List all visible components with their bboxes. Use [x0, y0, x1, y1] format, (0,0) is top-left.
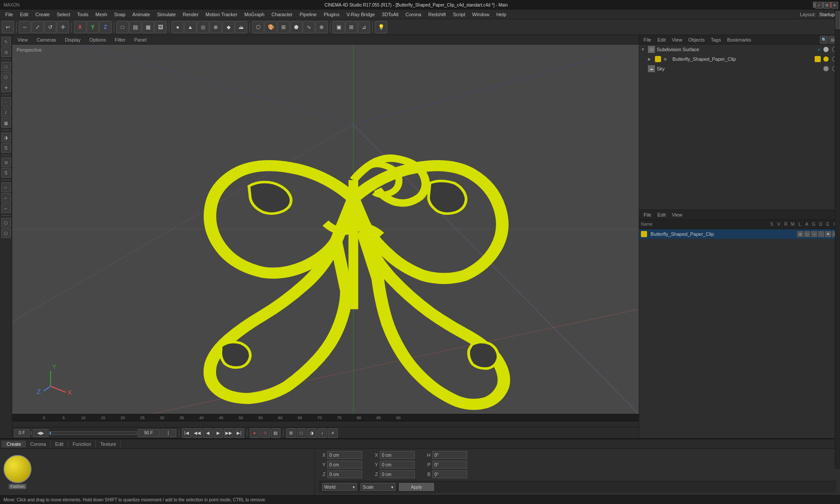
- transform-tool[interactable]: ✛: [57, 21, 69, 33]
- scale-dropdown[interactable]: Scale ▾: [360, 483, 396, 491]
- menu-animate[interactable]: Animate: [129, 11, 154, 18]
- menu-vray[interactable]: V-Ray Bridge: [343, 11, 378, 18]
- menu-help[interactable]: Help: [493, 11, 510, 18]
- axis-mode-lt[interactable]: ✛: [1, 83, 11, 92]
- h-input[interactable]: [432, 451, 467, 459]
- render-view-btn[interactable]: ▦: [142, 21, 154, 33]
- menu-select[interactable]: Select: [53, 11, 74, 18]
- preview-btn[interactable]: □: [297, 428, 306, 438]
- p-input[interactable]: [432, 461, 467, 469]
- world-dropdown[interactable]: World ▾: [322, 483, 357, 491]
- obj-butterfly-clip[interactable]: ▶ ⊞ Butterfly_Shaped_Paper_Clip: [639, 54, 840, 64]
- obj-tags-menu[interactable]: Tags: [708, 36, 724, 43]
- spline-btn[interactable]: ∿: [303, 21, 315, 33]
- object-mode-btn[interactable]: □: [116, 21, 129, 33]
- live-select-lt[interactable]: ⊙: [1, 47, 11, 57]
- rotate-tool[interactable]: ↺: [44, 21, 56, 33]
- smooth-lt[interactable]: ⌐: [1, 203, 11, 213]
- apply-button[interactable]: Apply: [399, 483, 434, 491]
- menu-pipeline[interactable]: Pipeline: [296, 11, 320, 18]
- landscape-btn[interactable]: ⛰: [235, 21, 247, 33]
- grid-lt[interactable]: ⬡: [1, 228, 11, 238]
- torus-obj-btn[interactable]: ◎: [197, 21, 209, 33]
- menu-motion-tracker[interactable]: Motion Tracker: [202, 11, 241, 18]
- b-input[interactable]: [432, 470, 467, 478]
- sphere-obj-btn[interactable]: ●: [172, 21, 184, 33]
- fps-mode-btn[interactable]: ◑: [307, 428, 317, 438]
- auto-key-btn[interactable]: ⊙: [260, 428, 270, 438]
- z-rotation-input[interactable]: [380, 470, 415, 478]
- vp-tab-view[interactable]: View: [14, 36, 32, 43]
- menu-mesh[interactable]: Mesh: [92, 11, 111, 18]
- vp-tab-options[interactable]: Options: [86, 36, 109, 43]
- list-btn[interactable]: ≡: [328, 428, 338, 438]
- viewport-scene[interactable]: Y X Z: [12, 45, 639, 414]
- y-axis-btn[interactable]: Y: [87, 21, 99, 33]
- menu-simulate[interactable]: Simulate: [154, 11, 179, 18]
- menu-snap[interactable]: Snap: [111, 11, 129, 18]
- attr-row-butterfly[interactable]: Butterfly_Shaped_Paper_Clip ⊙ □ ⋯ · 👁 ⚙: [639, 229, 840, 239]
- search-objects-btn[interactable]: 🔍: [820, 36, 828, 44]
- fps-input[interactable]: ◀▶: [33, 429, 49, 437]
- sound-btn[interactable]: ♪: [318, 428, 327, 438]
- record-btn[interactable]: ●: [250, 428, 259, 438]
- menu-render[interactable]: Render: [179, 11, 202, 18]
- soft-select-lt[interactable]: ◑: [1, 133, 11, 142]
- vp-tab-panel[interactable]: Panel: [131, 36, 150, 43]
- attr-icon-eye[interactable]: 👁: [825, 231, 831, 237]
- obj-edit-menu[interactable]: Edit: [655, 36, 668, 43]
- obj-file-menu[interactable]: File: [641, 36, 654, 43]
- vp-tab-cameras[interactable]: Cameras: [33, 36, 60, 43]
- measure-lt[interactable]: S: [1, 168, 11, 178]
- attr-file-menu[interactable]: File: [641, 211, 654, 218]
- y-rotation-input[interactable]: [380, 461, 415, 469]
- snap-frame-btn[interactable]: ⊞: [286, 428, 296, 438]
- x-rotation-input[interactable]: [380, 451, 415, 459]
- undo-button[interactable]: ↩: [2, 21, 14, 33]
- motion-clip-btn[interactable]: ▤: [271, 428, 280, 438]
- menu-window[interactable]: Window: [469, 11, 493, 18]
- snap-btn[interactable]: ⊿: [358, 21, 370, 33]
- menu-corona[interactable]: Corona: [402, 11, 425, 18]
- vp-tab-display[interactable]: Display: [61, 36, 84, 43]
- array-btn[interactable]: ⊗: [315, 21, 328, 33]
- obj-subdivision-surface[interactable]: ▼ ⬡ Subdivision Surface ✓: [639, 45, 840, 54]
- obj-bookmarks-menu[interactable]: Bookmarks: [724, 36, 754, 43]
- current-frame-input[interactable]: 0 F: [14, 429, 30, 437]
- brush-lt[interactable]: ⌐: [1, 182, 11, 192]
- viewport[interactable]: Perspective Grid Spacing : 1 cm: [12, 45, 639, 414]
- goto-start-button[interactable]: |◀: [182, 428, 192, 438]
- tab-function[interactable]: Function: [68, 441, 96, 448]
- expand-icon[interactable]: ▼: [641, 47, 646, 52]
- light-btn[interactable]: 💡: [375, 21, 387, 33]
- menu-file[interactable]: File: [2, 11, 17, 18]
- z-axis-btn[interactable]: Z: [99, 21, 112, 33]
- menu-plugins[interactable]: Plugins: [320, 11, 343, 18]
- attr-view-menu[interactable]: View: [669, 211, 685, 218]
- fracture-btn[interactable]: ⬟: [290, 21, 302, 33]
- attr-icon-points[interactable]: ·: [818, 231, 824, 237]
- edges-mode-lt[interactable]: /: [1, 108, 11, 117]
- paint-btn[interactable]: 🎨: [265, 21, 277, 33]
- obj-sky[interactable]: ☁ Sky: [639, 64, 840, 74]
- picture-viewer-btn[interactable]: 🖼: [154, 21, 167, 33]
- x-axis-btn[interactable]: X: [74, 21, 86, 33]
- scale-tool[interactable]: ⤢: [32, 21, 44, 33]
- timeline-btn[interactable]: ▤: [129, 21, 141, 33]
- nurbs-btn[interactable]: ⬡: [252, 21, 264, 33]
- tab-texture[interactable]: Texture: [96, 441, 121, 448]
- expand-icon-clip[interactable]: ▶: [648, 57, 653, 61]
- tab-edit[interactable]: Edit: [51, 441, 68, 448]
- obj-view-menu[interactable]: View: [669, 36, 685, 43]
- move-tool[interactable]: ↔: [19, 21, 31, 33]
- keyframe-area[interactable]: [12, 421, 639, 427]
- model-mode-lt[interactable]: □: [1, 62, 11, 71]
- clone-btn[interactable]: ⊞: [277, 21, 290, 33]
- z-position-input[interactable]: [327, 470, 362, 478]
- menu-character[interactable]: Character: [268, 11, 296, 18]
- menu-create[interactable]: Create: [32, 11, 53, 18]
- tube-obj-btn[interactable]: ⊕: [210, 21, 222, 33]
- next-frame-button[interactable]: ▶▶: [224, 428, 234, 438]
- end-frame-input[interactable]: 90 F: [138, 429, 160, 437]
- menu-3dtoall[interactable]: 3DToAll: [378, 11, 402, 18]
